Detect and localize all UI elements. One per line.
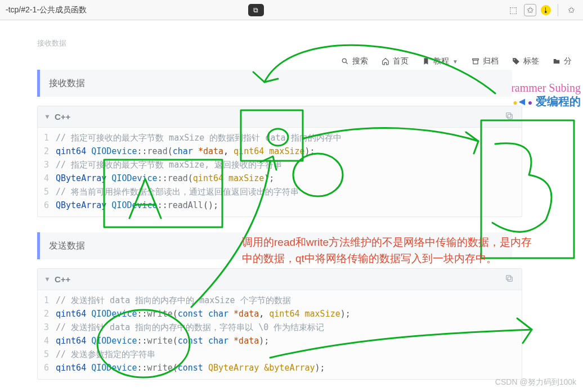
line-number: 6 xyxy=(38,361,56,375)
line-number: 5 xyxy=(38,185,56,199)
nav-tutorial-label: 教程 xyxy=(433,56,449,66)
svg-rect-5 xyxy=(508,114,512,119)
code-text: // 发送指针 data 指向的内存中的 maxSize 个字节的数据 xyxy=(56,294,291,307)
line-number: 3 xyxy=(38,158,56,172)
toolbar-separator xyxy=(558,4,558,16)
code-text: qint64 QIODevice::write(const QByteArray… xyxy=(56,361,325,375)
pip-icon[interactable]: ⧉ xyxy=(248,4,264,16)
page-body: 接收数据 搜索 首页 教程 ▼ 归档 标签 分 Programmer Sub xyxy=(0,20,583,392)
nav-tags-label: 标签 xyxy=(523,56,539,66)
nav-archive[interactable]: 归档 xyxy=(472,56,499,66)
folder-icon xyxy=(553,57,560,65)
code-text: qint64 QIODevice::read(char *data, qint6… xyxy=(56,145,315,158)
code-text: // 发送指针 data 指向的内存中的数据，字符串以 \0 作为结束标记 xyxy=(56,321,324,334)
code-language-label: C++ xyxy=(55,112,70,121)
section-heading-receive: 接收数据 xyxy=(37,70,512,97)
line-number: 4 xyxy=(38,334,56,348)
url-fragment: -tcp/#2-1-公共成员函数 xyxy=(6,5,240,15)
nav-tutorial[interactable]: 教程 ▼ xyxy=(422,56,458,66)
page-watermark: CSDN @努力码到100k xyxy=(495,377,576,388)
nav-tags[interactable]: 标签 xyxy=(512,56,539,66)
code-text: // 指定可接收的最大字节数 maxSize, 返回接收的字符串 xyxy=(56,158,282,172)
favorite-icon[interactable]: ✩ xyxy=(524,4,536,16)
copy-icon[interactable] xyxy=(505,111,514,122)
code-body-send[interactable]: 1// 发送指针 data 指向的内存中的 maxSize 个字节的数据2qin… xyxy=(38,290,522,379)
tag-icon xyxy=(512,57,520,65)
nav-search[interactable]: 搜索 xyxy=(341,56,368,66)
reader-view-icon[interactable]: ⬚ xyxy=(507,4,519,16)
code-line: 3// 指定可接收的最大字节数 maxSize, 返回接收的字符串 xyxy=(38,158,522,172)
code-card-send: ▾ C++ 1// 发送指针 data 指向的内存中的 maxSize 个字节的… xyxy=(37,268,522,380)
code-card-header[interactable]: ▾ C++ xyxy=(38,269,522,290)
svg-rect-7 xyxy=(508,277,512,281)
copy-icon[interactable] xyxy=(505,274,514,285)
code-line: 1// 指定可接收的最大字节数 maxSize 的数据到指针 data 指向的内… xyxy=(38,131,522,145)
code-body-receive[interactable]: 1// 指定可接收的最大字节数 maxSize 的数据到指针 data 指向的内… xyxy=(38,128,522,217)
svg-point-0 xyxy=(342,58,346,62)
search-icon xyxy=(341,57,349,65)
breadcrumb: 接收数据 xyxy=(37,38,66,48)
chevron-down-icon: ▾ xyxy=(46,112,49,120)
home-icon xyxy=(382,57,389,65)
nav-search-label: 搜索 xyxy=(352,56,368,66)
line-number: 5 xyxy=(38,348,56,361)
archive-icon xyxy=(472,57,479,65)
line-number: 4 xyxy=(38,172,56,185)
svg-point-4 xyxy=(514,59,515,60)
chevron-down-icon: ▾ xyxy=(46,275,49,283)
code-line: 4QByteArray QIODevice::read(qint64 maxSi… xyxy=(38,172,522,185)
download-manager-icon[interactable]: ⭳ xyxy=(541,5,551,15)
svg-line-1 xyxy=(346,62,348,64)
section-heading-send-label: 发送数据 xyxy=(49,240,85,252)
code-line: 5// 将当前可用操作数据全部读出，通过返回值返回读出的字符串 xyxy=(38,185,522,199)
code-line: 2qint64 QIODevice::write(const char *dat… xyxy=(38,307,522,321)
svg-rect-8 xyxy=(506,276,511,280)
code-card-header[interactable]: ▾ C++ xyxy=(38,106,522,128)
line-number: 2 xyxy=(38,145,56,158)
line-number: 2 xyxy=(38,307,56,321)
line-number: 6 xyxy=(38,199,56,212)
code-line: 2qint64 QIODevice::read(char *data, qint… xyxy=(38,145,522,158)
code-text: QByteArray QIODevice::read(qint64 maxSiz… xyxy=(56,172,274,185)
nav-home-label: 首页 xyxy=(393,56,409,66)
nav-category[interactable]: 分 xyxy=(553,56,572,66)
code-line: 4qint64 QIODevice::write(const char *dat… xyxy=(38,334,522,348)
line-number: 1 xyxy=(38,294,56,307)
bookmark-star-icon[interactable]: ✩ xyxy=(565,4,577,16)
code-line: 6qint64 QIODevice::write(const QByteArra… xyxy=(38,361,522,375)
code-text: qint64 QIODevice::write(const char *data… xyxy=(56,334,269,348)
top-nav: 搜索 首页 教程 ▼ 归档 标签 分 xyxy=(341,56,572,66)
code-line: 6QByteArray QIODevice::readAll(); xyxy=(38,199,522,212)
section-heading-receive-label: 接收数据 xyxy=(49,78,85,89)
code-line: 3// 发送指针 data 指向的内存中的数据，字符串以 \0 作为结束标记 xyxy=(38,321,522,334)
code-text: // 指定可接收的最大字节数 maxSize 的数据到指针 data 指向的内存… xyxy=(56,131,342,145)
svg-rect-6 xyxy=(506,113,511,118)
code-text: qint64 QIODevice::write(const char *data… xyxy=(56,307,351,321)
code-language-label: C++ xyxy=(55,274,70,284)
code-line: 1// 发送指针 data 指向的内存中的 maxSize 个字节的数据 xyxy=(38,294,522,307)
browser-chrome: -tcp/#2-1-公共成员函数 ⧉ ⬚ ✩ ⭳ ✩ xyxy=(0,0,583,20)
line-number: 3 xyxy=(38,321,56,334)
bookmark-icon xyxy=(422,57,430,65)
nav-category-label: 分 xyxy=(564,56,572,66)
code-card-receive: ▾ C++ 1// 指定可接收的最大字节数 maxSize 的数据到指针 dat… xyxy=(37,106,522,217)
nav-home[interactable]: 首页 xyxy=(382,56,409,66)
annotation-note: 调用的read和write方法维护的不是网络中传输的数据，是内存中的数据，qt中… xyxy=(242,234,540,267)
nav-archive-label: 归档 xyxy=(483,56,499,66)
chevron-down-icon: ▼ xyxy=(452,58,458,65)
code-text: QByteArray QIODevice::readAll(); xyxy=(56,199,218,212)
line-number: 1 xyxy=(38,131,56,145)
brand-cn-text: 爱编程的 xyxy=(536,95,581,107)
code-line: 5// 发送参数指定的字符串 xyxy=(38,348,522,361)
code-text: // 将当前可用操作数据全部读出，通过返回值返回读出的字符串 xyxy=(56,185,299,199)
svg-rect-3 xyxy=(473,60,478,64)
code-text: // 发送参数指定的字符串 xyxy=(56,348,155,361)
